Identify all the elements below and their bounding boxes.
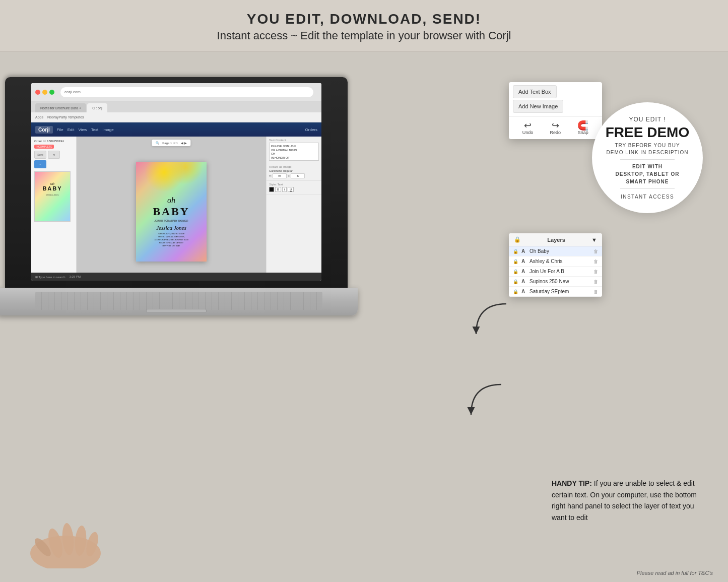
layers-panel: 🔒 Layers ▼ 🔒 A Oh Baby 🗑 🔒 A Ashley & Ch…: [509, 233, 602, 297]
layer-trash-1[interactable]: 🗑: [593, 249, 598, 254]
footer-terms: Please read ad in full for T&C's: [637, 570, 713, 576]
canvas: 🔍 Page 1 of 1 ◀ ▶ oh BABY JOIN US FOR: [77, 137, 266, 273]
browser-tab-1[interactable]: Notfis for Brochure Data +: [35, 103, 86, 112]
browser-chrome: corjl.com: [31, 83, 321, 101]
layer-trash-3[interactable]: 🗑: [593, 269, 598, 274]
snap-icon[interactable]: 🧲: [577, 121, 588, 130]
rp-text-preview[interactable]: PLEASE JOIN US F OR A BRIDAL BRUN CH IN …: [269, 143, 319, 161]
floating-panel: Add Text Box Add New Image ↩ Undo ↪ Redo…: [509, 82, 602, 139]
add-new-image-button[interactable]: Add New Image: [513, 100, 563, 113]
redo-label: Redo: [550, 130, 561, 135]
layer-a-5: A: [521, 289, 526, 294]
corjl-menu-orders[interactable]: Orders: [305, 127, 317, 132]
layer-trash-4[interactable]: 🗑: [593, 279, 598, 284]
url-bar[interactable]: corjl.com: [60, 87, 313, 97]
left-sidebar-preview: oh BABY Jessica Jones: [34, 171, 71, 222]
rp-resize-label: Resize as Image: [269, 165, 319, 168]
preview-oh: oh: [35, 172, 70, 185]
corjl-menu-image[interactable]: Image: [102, 127, 113, 132]
bookmark-noocay[interactable]: NoorayParty Templates: [47, 115, 84, 119]
layer-name-ashley: Ashley & Chris: [530, 258, 590, 264]
undo-icon[interactable]: ↩: [524, 121, 532, 130]
browser-tab-2[interactable]: C : orjl: [87, 103, 107, 112]
invitation-card[interactable]: oh BABY JOIN US FOR A BABY SHOWER Jessic…: [136, 162, 207, 262]
close-dot[interactable]: [35, 90, 40, 95]
rp-y-input[interactable]: [291, 173, 305, 178]
layer-item-oh-baby[interactable]: 🔒 A Oh Baby 🗑: [509, 246, 602, 256]
laptop: corjl.com Notfis for Brochure Data + C :…: [0, 77, 368, 521]
corjl-menu-file[interactable]: File: [57, 127, 63, 132]
keyboard: [35, 292, 322, 310]
layer-a-1: A: [521, 248, 526, 254]
corjl-menu-edit[interactable]: Edit: [68, 127, 75, 132]
screen-bg: corjl.com Notfis for Brochure Data + C :…: [31, 83, 321, 281]
preview-baby: BABY: [35, 185, 70, 191]
maximize-dot[interactable]: [49, 90, 54, 95]
layer-name-join: Join Us For A B: [530, 269, 590, 274]
order-id: Order Id: 1509758194: [34, 140, 73, 143]
rp-style-label: Style: Text: [269, 183, 319, 186]
color-swatch[interactable]: [269, 187, 274, 192]
rp-height-input[interactable]: [273, 173, 287, 178]
sidebar-save-btn[interactable]: Save: [34, 151, 46, 159]
browser-tabs: Notfis for Brochure Data + C : orjl: [31, 101, 321, 112]
undo-item: ↩ Undo: [522, 121, 534, 135]
bookmark-bar: Apps NoorayParty Templates: [31, 112, 321, 122]
minimize-dot[interactable]: [42, 90, 47, 95]
layer-name-oh-baby: Oh Baby: [530, 248, 590, 254]
layers-expand-icon[interactable]: ▼: [591, 237, 597, 243]
undo-label: Undo: [522, 130, 534, 135]
right-panel: Text Content PLEASE JOIN US F OR A BRIDA…: [266, 137, 321, 273]
canvas-nav: ◀ ▶: [181, 141, 187, 145]
sidebar-download-btn[interactable]: ✓: [34, 160, 46, 168]
laptop-screen: corjl.com Notfis for Brochure Data + C :…: [31, 83, 321, 281]
hands-svg: [25, 488, 156, 568]
invitation-oh: oh: [167, 196, 175, 205]
left-sidebar: Order Id: 1509758194 INCOMPLETE Save ⟲ ✓: [31, 137, 77, 273]
layer-item-supinos[interactable]: 🔒 A Supinos 250 New 🗑: [509, 277, 602, 287]
bookmark-apps[interactable]: Apps: [35, 115, 43, 119]
layer-trash-2[interactable]: 🗑: [593, 259, 598, 264]
underline-btn[interactable]: U: [288, 187, 294, 192]
fdc-try-before: TRY BEFORE YOU BUYDEMO LINK IN DESCRIPTI…: [607, 142, 689, 156]
layer-item-ashley[interactable]: 🔒 A Ashley & Chris 🗑: [509, 256, 602, 267]
fdc-divider-1: [620, 159, 675, 160]
layer-item-join[interactable]: 🔒 A Join Us For A B 🗑: [509, 267, 602, 277]
top-banner: YOU EDIT, DOWNLOAD, SEND! Instant access…: [0, 0, 728, 52]
layer-item-saturday[interactable]: 🔒 A Saturday SEptem 🗑: [509, 287, 602, 297]
laptop-lid: corjl.com Notfis for Brochure Data + C :…: [5, 77, 348, 289]
bold-btn[interactable]: B: [275, 187, 281, 192]
layer-lock-3: 🔒: [513, 269, 518, 274]
snap-item: 🧲 Snap: [577, 121, 588, 135]
status-os: ⊞ Type here to search: [35, 275, 65, 279]
italic-btn[interactable]: I: [282, 187, 287, 192]
browser: corjl.com Notfis for Brochure Data + C :…: [31, 83, 321, 281]
status-time: 3:25 PM: [70, 275, 81, 278]
invitation-glitter: [136, 162, 207, 197]
rp-h-label: H:: [269, 174, 272, 177]
canvas-toolbar: 🔍 Page 1 of 1 ◀ ▶: [152, 140, 190, 146]
fdc-free-demo: FREE DEMO: [606, 125, 689, 141]
corjl-menu-text[interactable]: Text: [91, 127, 99, 132]
hands-silhouette: [25, 488, 156, 568]
redo-icon[interactable]: ↪: [552, 121, 559, 130]
main-title: YOU EDIT, DOWNLOAD, SEND!: [0, 11, 728, 27]
sidebar-undo-btn[interactable]: ⟲: [48, 151, 60, 159]
corjl-menu-view[interactable]: View: [78, 127, 87, 132]
layer-lock-2: 🔒: [513, 259, 518, 264]
rp-font-name: Garamond Regular: [269, 169, 319, 172]
main-content: corjl.com Notfis for Brochure Data + C :…: [0, 52, 728, 582]
sub-title: Instant access ~ Edit the template in yo…: [0, 29, 728, 42]
add-text-box-button[interactable]: Add Text Box: [513, 85, 557, 98]
layer-lock-1: 🔒: [513, 249, 518, 254]
invitation-baby: BABY: [153, 205, 189, 218]
handy-tip-label: HANDY TIP:: [552, 479, 592, 487]
layer-name-supinos: Supinos 250 New: [530, 279, 590, 284]
fdc-divider-2: [620, 188, 675, 189]
canvas-zoom: 🔍: [156, 141, 159, 145]
rp-style-row: B I U: [269, 187, 319, 192]
layer-trash-5[interactable]: 🗑: [593, 289, 598, 294]
invitation-details: SATURDAY 5, MAY AT 11AM THE BOTANICAL GA…: [154, 232, 188, 247]
editor-content: Order Id: 1509758194 INCOMPLETE Save ⟲ ✓: [31, 137, 321, 273]
preview-sub: Jessica Jones: [35, 193, 70, 196]
